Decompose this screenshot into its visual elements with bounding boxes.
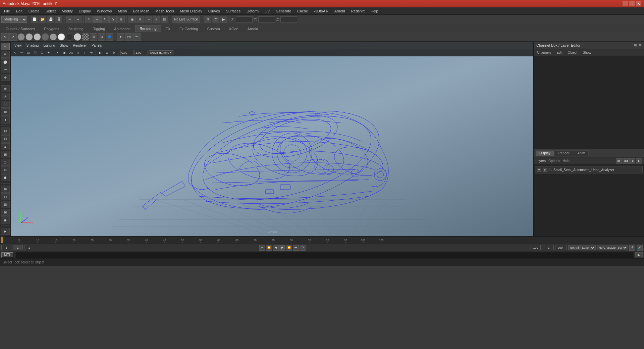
render-sphere1[interactable] [17,33,25,41]
smooth-tool-btn[interactable]: 〜 [1,66,10,73]
menu-display[interactable]: Display [76,8,94,14]
menu-file[interactable]: File [1,8,13,14]
lighting-menu[interactable]: Lighting [42,43,57,48]
falloff-btn[interactable]: ◉ [1,216,10,223]
menu-curves[interactable]: Curves [206,8,223,14]
vt-light[interactable]: ☀ [46,50,52,56]
render-btn-play[interactable]: ▶ [117,33,124,41]
render-sphere4[interactable] [42,33,49,41]
menu-uv[interactable]: UV [262,8,272,14]
render-light[interactable]: ☀ [9,33,17,41]
render-sphere5[interactable] [50,33,57,41]
character-set-select[interactable]: No Character Set [597,245,628,250]
anim-layer-select[interactable]: No Anim Layer [568,245,596,250]
layer-tab-display[interactable]: Display [536,150,554,156]
vt-camera[interactable]: 📷 [88,50,94,56]
pinch-tool-btn[interactable]: ◎ [1,93,10,100]
render-btn[interactable]: ▶ [220,16,227,23]
paint-tool-btn[interactable]: ✏ [1,51,10,58]
y-input[interactable] [258,16,275,22]
vt-texture[interactable]: ⬡ [39,50,45,56]
layer-btn-3[interactable]: ◀ [629,158,635,164]
menu-help[interactable]: Help [368,8,381,14]
playback-settings[interactable]: ⚙ [629,245,635,251]
view-menu[interactable]: View [13,43,23,48]
menu-modify[interactable]: Modify [59,8,75,14]
extra-btn[interactable]: ▶ [1,228,10,235]
menu-3dtoall[interactable]: -3DtoAll- [311,8,331,14]
repeat-brush[interactable]: ⊡ [1,128,10,135]
tab-xgen[interactable]: XGen [225,26,243,32]
subtab-help[interactable]: Help [562,159,570,163]
tab-curves-surfaces[interactable]: Curves / Surfaces [1,26,39,32]
cb-tab-show[interactable]: Show [581,50,592,55]
menu-cache[interactable]: Cache [294,8,311,14]
tab-sculpting[interactable]: Sculpting [64,26,88,32]
render-wire1[interactable]: ⊞ [90,33,97,41]
grab-tool-btn[interactable]: ⊕ [1,85,10,92]
skip-to-end[interactable]: ⏭ [293,245,299,251]
layer-btn-1[interactable]: ⏮ [616,158,622,164]
redo-button[interactable]: ↪ [74,16,82,23]
mode-select[interactable]: Modeling Rigging Animation FX Rendering [1,16,27,23]
vt-isolate[interactable]: ◉ [61,50,67,56]
step-back[interactable]: ⏪ [266,245,272,251]
snap-view[interactable]: ⊟ [161,16,168,23]
audio-btn[interactable]: 🔊 [637,245,643,251]
play-back[interactable]: ◀ [273,245,279,251]
menu-edit-mesh[interactable]: Edit Mesh [130,8,152,14]
mel-input[interactable] [15,252,634,258]
current-frame-input[interactable] [13,245,23,250]
snap-grid[interactable]: # [137,16,144,23]
x-input[interactable] [236,16,253,22]
sculpt-tool-btn[interactable]: ⬤ [1,58,10,65]
vt-paint[interactable]: ✏ [19,50,25,56]
mel-run-btn[interactable]: ▶ [635,252,643,257]
vt-solid[interactable]: ⬛ [32,50,38,56]
render-wire2[interactable]: ⊡ [98,33,105,41]
cb-expand-btn[interactable]: ⊞ [634,43,637,47]
universal-manip[interactable]: ⊕ [117,16,125,23]
subtab-options[interactable]: Options [548,159,560,163]
relax-tool-btn[interactable]: ⊛ [1,74,10,81]
move-tool[interactable]: ↔ [93,16,101,23]
render-sphere6[interactable] [58,33,65,41]
gamma-input1[interactable] [120,50,134,55]
render-settings-tb[interactable]: ⚙ [1,33,9,41]
scale-tool[interactable]: ⇲ [109,16,117,23]
snap-curve[interactable]: 〜 [145,16,152,23]
menu-redshift[interactable]: Redshift [348,8,367,14]
menu-mesh-display[interactable]: Mesh Display [177,8,205,14]
step-forward[interactable]: ⏩ [286,245,292,251]
undo-button[interactable]: ↩ [66,16,73,23]
playback-end[interactable] [555,245,565,250]
renderer-menu[interactable]: Renderer [71,43,89,48]
play-forward[interactable]: ▶ [279,245,285,251]
tab-rigging[interactable]: Rigging [88,26,109,32]
subtab-layers[interactable]: Layers [536,159,546,163]
flatten-tool-btn[interactable]: ⬛ [1,101,10,108]
foamy-tool-btn[interactable]: ⊞ [1,108,10,115]
vt-select[interactable]: ↖ [12,50,18,56]
gamma-select[interactable]: sRGB gamma ▾ [149,50,173,55]
minimize-button[interactable]: ─ [623,1,628,6]
vt-xray[interactable]: ✕ [55,50,61,56]
layer-tab-anim[interactable]: Anim [574,150,589,156]
soft-select[interactable]: ◉ [128,16,136,23]
tab-custom[interactable]: Custom [203,26,224,32]
loop-btn[interactable]: ↻ [300,245,306,251]
mel-label-btn[interactable]: MEL [1,252,14,258]
render-wire3[interactable]: 🔵 [106,33,113,41]
render-checker[interactable] [82,33,89,41]
layer-item[interactable]: V P //.. Small_Semi_Automated_Urine_Anal… [535,166,643,173]
layer-btn-2[interactable]: ◀◀ [623,158,629,164]
render-snapshot[interactable]: 📷 [133,33,141,41]
pose-btn[interactable]: ⊠ [1,209,10,216]
menu-deform[interactable]: Deform [244,8,261,14]
tab-fx[interactable]: FX [161,26,175,32]
show-menu[interactable]: Show [58,43,70,48]
save-as-button[interactable]: 🗄 [55,16,62,23]
imprint-brush[interactable]: ⊟ [1,135,10,142]
tab-arnold[interactable]: Arnold [243,26,263,32]
symmetry-btn[interactable]: ⊡ [1,193,10,200]
